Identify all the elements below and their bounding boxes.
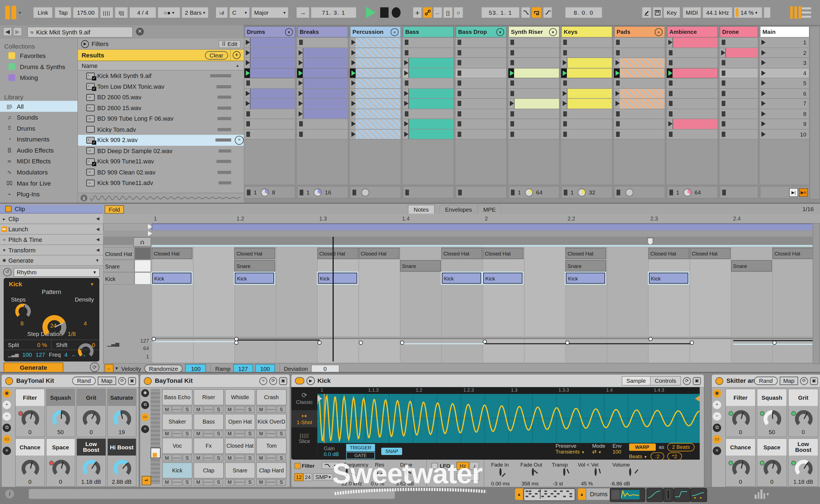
clip-slot[interactable]: 1 [760,38,809,48]
track-status-cell[interactable] [350,186,401,198]
res-value[interactable]: 0.0 % [371,481,384,487]
midi-note-kick[interactable]: Kick [483,273,522,284]
macro-knob[interactable] [22,460,39,477]
tempo-field[interactable]: 175.00 [73,7,99,18]
midi-note[interactable]: Closed Hat [648,248,689,259]
punch-out-button[interactable]: ○ [453,7,463,18]
macro-value[interactable]: 19 [107,429,136,435]
pad-play-button[interactable] [203,406,213,412]
clip-slot[interactable] [614,38,665,48]
clip-slot[interactable] [403,58,454,68]
filter-smp-select[interactable]: SMP▼ [313,473,333,480]
drum-pad-riser[interactable]: RiserMS [193,389,224,413]
clip-slot[interactable] [403,99,454,109]
track-header[interactable]: Main [760,26,809,37]
warp-button[interactable]: WARP [629,443,656,450]
pad-mute-button[interactable]: M [162,430,172,437]
volume-knob[interactable] [629,468,632,476]
pad-solo-button[interactable]: S [214,406,224,412]
clip-overview-expand-button[interactable]: ▲ [515,488,523,500]
track-status-cell[interactable]: 116 [297,186,349,198]
macro-value[interactable]: 0 [77,429,105,435]
macro-knob[interactable] [113,460,131,477]
clip-slot[interactable] [403,129,454,140]
clip-slot[interactable] [614,109,665,119]
track-header[interactable]: Keys [561,26,612,37]
pad-play-button[interactable] [172,479,182,485]
macro-squash[interactable]: Squash50 [46,389,75,437]
ableton-logo-icon[interactable] [5,6,18,21]
remove-icon[interactable]: − [713,412,721,421]
drum-pad-open-hat[interactable]: Open HatMS [225,414,255,437]
hot-swap-play-icon[interactable]: ▶ [307,377,315,385]
hot-swap-icon[interactable]: ⟳ [118,377,126,385]
freq-left-arrow-icon[interactable]: ← [71,351,77,358]
clip-slot[interactable] [297,68,349,78]
device-thumbnail-3[interactable] [663,488,674,502]
pad-solo-button[interactable]: S [214,454,224,461]
macro-value[interactable]: 0 [46,478,75,485]
clip-slot[interactable] [508,48,560,58]
clip-slot[interactable] [667,48,718,58]
track-status-cell[interactable] [455,186,507,198]
clip-slot[interactable] [561,38,612,48]
loop-brace[interactable] [151,224,815,231]
macro-view-icon[interactable]: ▭ [2,435,11,444]
pad-play-button[interactable] [203,430,213,437]
scrub-area-1[interactable] [103,231,814,237]
env-value[interactable]: 100 [612,449,622,454]
track-stop-button[interactable] [247,189,251,195]
grid-resolution-value[interactable]: 1/16 [803,206,814,212]
clip-slot[interactable] [350,58,401,68]
clip-slot[interactable] [455,78,507,88]
clip-slot[interactable] [297,129,349,140]
pad-play-button[interactable] [235,479,245,485]
clip-section-launch[interactable]: ⏩Launch◀ [0,224,103,235]
clip-slot[interactable] [244,48,296,58]
pad-solo-button[interactable]: S [214,430,224,437]
clip-slot[interactable]: 2 [760,48,809,58]
drum-pad-voc[interactable]: VocMS [162,438,192,461]
clip-slot[interactable] [350,109,401,119]
lfo-sync-button[interactable]: ♪ [470,462,479,470]
capture-midi-button[interactable]: ← [433,7,442,18]
track-header[interactable]: Bass [403,26,454,37]
macro-value[interactable]: 1.18 dB [789,478,818,485]
snapshot-icon[interactable]: ⧉ [713,424,721,432]
clip-slot[interactable] [244,58,296,68]
regenerate-icon[interactable]: ↺ [3,268,11,276]
clip-slot[interactable]: 3 [760,58,809,68]
clip-slot[interactable] [350,48,401,58]
clip-slot[interactable] [667,58,718,68]
clip-slot[interactable]: 6 [760,88,809,99]
macro-knob[interactable] [52,460,70,477]
note-row-key[interactable] [134,272,151,285]
track-status-cell[interactable]: ▶|▶≡ [760,186,809,198]
clip-slot[interactable] [508,119,560,129]
add-icon[interactable]: + [713,401,721,409]
clip-section-toggle-icon[interactable]: ◀ [96,237,99,242]
beat-ruler[interactable]: 11.21.31.422.22.32.4 [103,214,820,224]
output-routing-icon[interactable]: ⏯ [142,476,151,485]
pad-mute-button[interactable]: M [256,479,266,485]
clip-slot[interactable] [297,58,349,68]
macro-value[interactable]: 0 [789,429,818,435]
sample-start-marker[interactable] [324,394,325,443]
pad-mute-button[interactable]: M [225,430,235,437]
track-header[interactable]: Breaks [297,26,349,37]
output-meter-icon[interactable] [755,490,765,499]
track-stop-button[interactable] [670,189,673,195]
clip-slot[interactable] [244,119,296,129]
clip-slot[interactable] [614,88,665,99]
clip-slot[interactable] [720,78,758,88]
drum-pad-closed-hat[interactable]: Closed HatMS [225,438,255,461]
clip-slot[interactable] [508,109,560,119]
map-button[interactable]: Map [97,377,116,385]
loop-mode-value[interactable]: ⇄ ▼ [592,449,605,454]
fade-in-value[interactable]: 0.00 ms [491,481,509,487]
snapshot-icon[interactable]: ⧉ [2,424,11,432]
macro-value[interactable]: 0 [16,478,44,485]
warp-length-value[interactable]: 2 Beats [667,443,695,451]
clip-slot[interactable] [561,58,612,68]
macro-knob[interactable] [795,460,813,477]
